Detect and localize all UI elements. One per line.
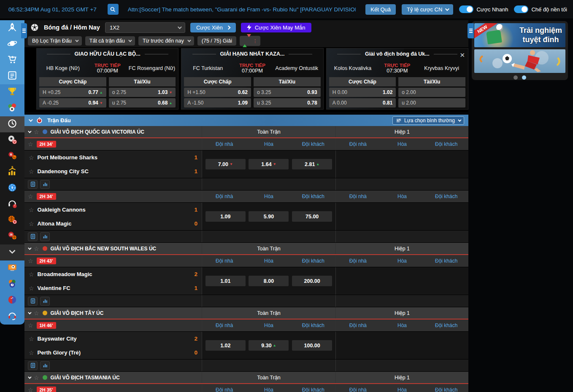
sidebar-item-bowling[interactable]	[0, 293, 24, 309]
over-under-odds-cell[interactable]: o 2.00	[398, 88, 465, 97]
odds-type-dropdown[interactable]: Tỷ lệ cược CN	[402, 4, 453, 15]
bar-chart-icon	[42, 298, 48, 304]
view-mode-dropdown[interactable]: Lựa chọn bình thường	[392, 116, 464, 125]
sidebar-item-bet-list[interactable]	[0, 68, 24, 84]
bet-types-button[interactable]	[28, 232, 38, 241]
sort-button[interactable]: ⋮	[240, 36, 260, 46]
quick-bet-toggle[interactable]	[459, 5, 473, 13]
stats-button[interactable]	[40, 361, 50, 370]
favorite-star-icon[interactable]: ☆	[28, 387, 33, 392]
league-header[interactable]: ☆GIẢI VÔ ĐỊCH QUỐC GIA VICTORIA ÚCToàn T…	[24, 126, 468, 138]
close-icon[interactable]: ✕	[459, 51, 465, 59]
sidebar-collapse-handle[interactable]	[21, 23, 27, 38]
sidebar-item-clock[interactable]	[0, 116, 24, 132]
over-under-odds-cell[interactable]: u 2.750.68▲	[109, 98, 176, 107]
sidebar-item-support-headset[interactable]	[0, 309, 24, 325]
over-under-odds-cell[interactable]: o 2.751.03▼	[109, 88, 176, 97]
league-header[interactable]: ☆GIẢI VÔ ĐỊCH TASMANIA ÚCToàn TrậnHiệp 1	[24, 372, 468, 384]
home-team-name: Kolos Kovalivka	[327, 65, 379, 71]
favorite-star-icon[interactable]: ☆	[29, 336, 34, 342]
stats-button[interactable]	[40, 180, 50, 189]
sidebar-item-soccer-live[interactable]	[0, 132, 24, 148]
handicap-odds-cell[interactable]: H +0.250.77▲	[39, 88, 106, 97]
over-under-odds-cell[interactable]: u 2.00	[398, 98, 465, 107]
match-filter-dropdown[interactable]: Bộ Lọc Trận Đấu	[28, 36, 82, 46]
bet-types-button[interactable]	[28, 361, 38, 370]
favorite-star-icon[interactable]: ☆	[29, 207, 34, 213]
sidebar-item-basketball-live[interactable]	[0, 212, 24, 228]
all-matches-dropdown[interactable]: Tất cả trận đấu	[85, 36, 135, 46]
collapse-chevron-icon[interactable]	[28, 246, 31, 250]
favorite-star-icon[interactable]: ☆	[28, 322, 33, 329]
odds-button-draw[interactable]: 8.00	[249, 276, 289, 286]
sidebar-item-chip-9[interactable]: 9	[0, 180, 24, 196]
handicap-odds-cell[interactable]: A 0.000.81	[329, 98, 396, 107]
sidebar-item-sport-balls[interactable]	[0, 100, 24, 116]
bet-types-button[interactable]	[28, 297, 38, 306]
league-header[interactable]: ☆GIẢI VÔ ĐỊCH BẮC NEW SOUTH WALES ÚCToàn…	[24, 243, 468, 255]
odds-button-home[interactable]: 1.01	[205, 276, 246, 286]
lucky-parlay-button[interactable]: Cược Xiên May Mắn	[241, 23, 311, 32]
odds-button-draw[interactable]: 1.64▼	[249, 159, 289, 169]
sidebar-item-trophy[interactable]	[0, 84, 24, 100]
favorite-star-icon[interactable]: ☆	[34, 310, 39, 317]
handicap-odds-cell[interactable]: A -1.501.09	[184, 98, 251, 107]
sidebar-item-planet[interactable]	[0, 36, 24, 52]
parlay-button[interactable]: Cược Xiên	[190, 23, 236, 32]
handicap-odds-cell[interactable]: H 0.001.02	[329, 88, 396, 97]
odds-header-label: Đội nhà	[336, 191, 380, 202]
favorite-star-icon[interactable]: ☆	[29, 154, 34, 161]
odds-button-home[interactable]: 1.02	[205, 340, 246, 351]
sidebar-item-casino-balls[interactable]: B	[0, 148, 24, 164]
odds-button-draw[interactable]: 9.30▲	[249, 340, 289, 351]
results-button[interactable]: Kết Quả	[365, 4, 396, 15]
odds-button-away[interactable]: 2.81▲	[292, 159, 332, 169]
search-button[interactable]	[108, 4, 119, 15]
odds-button-away[interactable]: 100.00	[292, 340, 332, 351]
promo-banner-player[interactable]	[474, 49, 565, 73]
collapse-chevron-icon[interactable]	[29, 118, 33, 122]
handicap-odds-cell[interactable]: A -0.250.94▼	[39, 98, 106, 107]
favorite-star-icon[interactable]: ☆	[34, 374, 39, 381]
favorite-star-icon[interactable]: ☆	[29, 285, 34, 292]
favorite-star-icon[interactable]: ☆	[28, 193, 33, 200]
carousel-dot-0[interactable]	[514, 75, 518, 80]
favorite-star-icon[interactable]: ☆	[28, 258, 33, 264]
banner-collapse-handle[interactable]	[468, 23, 474, 38]
sidebar-item-cart[interactable]: $	[0, 52, 24, 68]
favorite-star-icon[interactable]: ☆	[29, 168, 34, 175]
favorite-star-icon[interactable]: ☆	[29, 349, 34, 356]
favorite-star-icon[interactable]: ☆	[29, 220, 34, 227]
odds-button-home[interactable]: 7.00▼	[205, 159, 246, 169]
collapse-chevron-icon[interactable]	[28, 311, 31, 314]
stats-button[interactable]	[40, 232, 50, 241]
sidebar-item-finance-chart[interactable]: $	[0, 164, 24, 180]
sidebar-item-chevron-expand[interactable]	[0, 244, 24, 260]
bet-types-button[interactable]	[28, 180, 38, 189]
dark-mode-toggle[interactable]	[514, 5, 528, 13]
league-count-badge: (75 / 75) Giải	[197, 36, 236, 46]
favorite-star-icon[interactable]: ☆	[34, 245, 39, 252]
odds-button-away[interactable]: 75.00	[292, 211, 332, 222]
over-under-odds-cell[interactable]: o 3.250.93	[254, 88, 321, 97]
favorite-star-icon[interactable]: ☆	[28, 141, 33, 148]
odds-button-home[interactable]: 1.09	[205, 211, 246, 222]
league-header[interactable]: ☆GIẢI VÔ ĐỊCH TÂY ÚCToàn TrậnHiệp 1	[24, 307, 468, 320]
market-type-select[interactable]: 1X2	[105, 22, 185, 33]
over-under-odds-cell[interactable]: u 3.250.78	[254, 98, 321, 107]
favorite-star-icon[interactable]: ☆	[34, 129, 39, 135]
collapse-chevron-icon[interactable]	[28, 375, 31, 379]
sidebar-item-pool-7[interactable]: 7	[0, 277, 24, 293]
sidebar-item-mixed-balls[interactable]: 26	[0, 228, 24, 244]
odds-button-draw[interactable]: 5.90	[249, 211, 289, 222]
time-range-dropdown[interactable]: Từ trước đến nay	[138, 36, 194, 46]
sidebar-item-audio-live[interactable]	[0, 196, 24, 212]
sidebar-item-tv-stream[interactable]	[0, 260, 24, 277]
stats-button[interactable]	[40, 297, 50, 306]
odds-button-away[interactable]: 200.00	[292, 276, 332, 286]
promo-banner-new[interactable]: NEW Trải nghiệmtuyệt đỉnh	[474, 23, 565, 47]
collapse-chevron-icon[interactable]	[28, 129, 31, 133]
handicap-odds-cell[interactable]: H +1.500.62	[184, 88, 251, 97]
favorite-star-icon[interactable]: ☆	[29, 271, 34, 278]
carousel-dot-1[interactable]	[522, 75, 526, 80]
